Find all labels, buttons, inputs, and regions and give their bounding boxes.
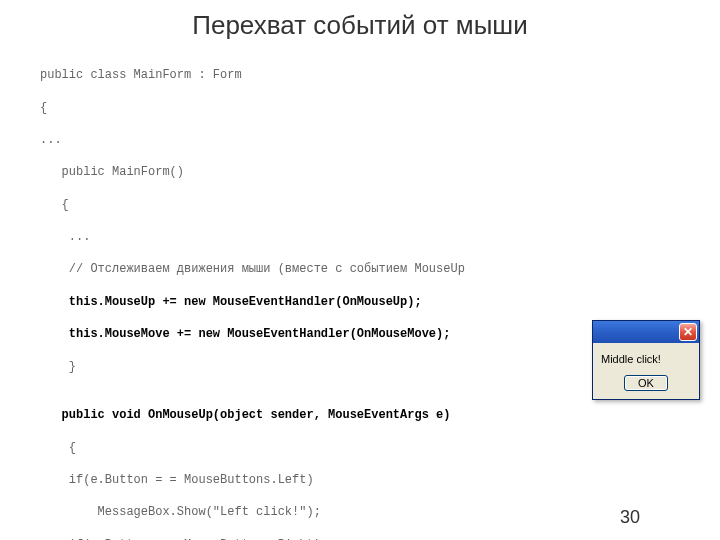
dialog-message: Middle click!: [593, 343, 699, 375]
code-line: {: [40, 197, 720, 213]
page-number: 30: [620, 507, 640, 528]
code-line: public MainForm(): [40, 164, 720, 180]
code-line: this.MouseUp += new MouseEventHandler(On…: [40, 294, 720, 310]
close-button[interactable]: ✕: [679, 323, 697, 341]
code-line: ...: [40, 132, 720, 148]
dialog-button-row: OK: [593, 375, 699, 399]
code-line: {: [40, 100, 720, 116]
code-line: if(e.Button = = MouseButtons.Right): [40, 537, 720, 540]
code-line: // Отслеживаем движения мыши (вместе с с…: [40, 261, 720, 277]
code-line: MessageBox.Show("Left click!");: [40, 504, 720, 520]
slide-title: Перехват событий от мыши: [0, 0, 720, 51]
code-line: public void OnMouseUp(object sender, Mou…: [40, 407, 720, 423]
ok-button[interactable]: OK: [624, 375, 668, 391]
code-block: public class MainForm : Form { ... publi…: [0, 51, 720, 540]
code-line: ...: [40, 229, 720, 245]
code-line: if(e.Button = = MouseButtons.Left): [40, 472, 720, 488]
message-box-dialog: ✕ Middle click! OK: [592, 320, 700, 400]
close-icon: ✕: [683, 326, 693, 338]
code-line: {: [40, 440, 720, 456]
dialog-titlebar: ✕: [593, 321, 699, 343]
code-line: public class MainForm : Form: [40, 67, 720, 83]
